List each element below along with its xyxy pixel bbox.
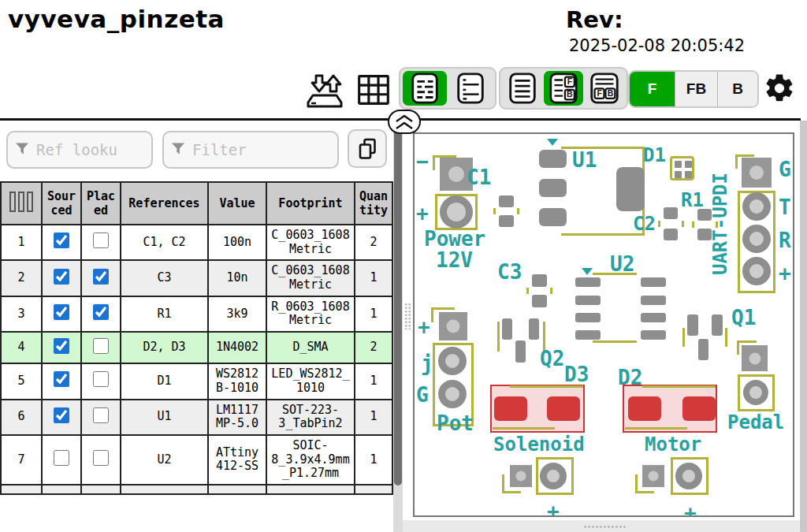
layer-front-button[interactable]: F <box>630 72 675 106</box>
bom-grouped-view-button[interactable] <box>403 71 447 106</box>
gear-icon[interactable] <box>763 72 796 108</box>
placed-checkbox[interactable] <box>93 450 109 466</box>
svg-text:F: F <box>567 76 573 86</box>
bom-ungrouped-view-button[interactable] <box>448 71 493 106</box>
sourced-checkbox[interactable] <box>54 371 69 387</box>
header-value[interactable]: Value <box>208 182 266 225</box>
placed-checkbox-cell <box>81 363 121 399</box>
placed-checkbox[interactable] <box>93 233 109 248</box>
pad <box>515 340 526 363</box>
sourced-checkbox-cell <box>42 435 81 485</box>
sourced-checkbox[interactable] <box>54 304 69 320</box>
columns-icon[interactable] <box>9 192 33 212</box>
pad <box>499 215 514 227</box>
layer-front-back-button[interactable]: FB <box>675 72 717 106</box>
pcb-label-pot-g: G <box>416 385 429 405</box>
silkscreen-line <box>433 155 435 170</box>
placed-checkbox[interactable] <box>93 371 109 387</box>
pad <box>675 171 682 178</box>
import-export-icon[interactable] <box>306 71 344 112</box>
d2-pad <box>628 396 661 421</box>
bom-row[interactable]: 2C310nC_0603_1608 Metric1 <box>1 260 392 296</box>
bom-row[interactable]: 5D1WS2812 B-1010LED_WS2812_ 10101 <box>1 363 392 399</box>
value-cell: LM1117 MP-5.0 <box>208 400 266 435</box>
updi-pad-plus <box>742 257 771 285</box>
placed-checkbox-cell <box>81 435 121 485</box>
references-cell: D2, D3 <box>121 332 208 363</box>
pcb-label-solenoid: Solenoid <box>493 435 585 454</box>
header-references[interactable]: References <box>121 182 208 225</box>
footprint-cell: SOIC- 8_3.9x4.9mm _P1.27mm <box>266 435 355 485</box>
pcb-ref-c2: C2 <box>633 214 656 233</box>
layout-bom-only-button[interactable] <box>503 71 542 106</box>
header-placed[interactable]: Placed <box>81 182 121 225</box>
bom-row[interactable]: 6U1LM1117 MP-5.0SOT-223- 3_TabPin21 <box>1 400 392 435</box>
split-handle[interactable] <box>388 110 421 134</box>
pcb-label-power-minus: − <box>416 151 429 172</box>
sourced-checkbox-cell <box>42 260 81 296</box>
footprint-cell: D_SMA <box>266 332 355 363</box>
placed-checkbox[interactable] <box>93 304 109 320</box>
placed-checkbox[interactable] <box>93 407 109 423</box>
copy-button[interactable] <box>348 129 387 168</box>
pcb-label-solenoid-plus: + <box>547 501 560 517</box>
sourced-checkbox[interactable] <box>54 338 69 354</box>
pad <box>539 208 567 226</box>
silkscreen-line <box>593 340 637 343</box>
header-sourced[interactable]: Sourced <box>42 182 81 225</box>
solenoid-pad-plus <box>540 463 567 489</box>
row-number: 5 <box>1 363 42 399</box>
pad-tab <box>616 167 645 211</box>
copy-icon <box>357 137 378 161</box>
pcb-ref-c1: C1 <box>467 167 491 188</box>
layout-top-bottom-button[interactable]: F B <box>585 71 624 106</box>
sourced-checkbox[interactable] <box>54 233 69 248</box>
pad <box>539 150 567 168</box>
silkscreen-dash <box>692 221 694 228</box>
bom-row[interactable]: 4D2, D31N4002D_SMA2 <box>1 332 392 363</box>
updi-pad-r <box>742 225 771 253</box>
placed-checkbox[interactable] <box>93 338 109 354</box>
pcb-ref-q2: Q2 <box>540 348 564 369</box>
bom-row-clipped[interactable] <box>1 485 392 494</box>
bom-view-group <box>399 67 496 110</box>
funnel-icon <box>15 142 30 156</box>
sourced-checkbox[interactable] <box>54 450 69 466</box>
row-number: 6 <box>1 400 42 435</box>
bom-row[interactable]: 3R13k9R_0603_1608 Metric1 <box>1 296 392 332</box>
pcb-label-motor-plus: + <box>684 503 697 517</box>
silkscreen-line <box>737 340 739 355</box>
placed-checkbox-cell <box>81 296 121 332</box>
vertical-split-handle[interactable] <box>404 303 411 329</box>
silkscreen-line <box>725 328 727 347</box>
layout-left-right-button[interactable]: F B <box>544 71 583 106</box>
bom-row[interactable]: 1C1, C2100nC_0603_1608 Metric2 <box>1 225 392 260</box>
pad <box>529 318 539 340</box>
svg-text:F: F <box>597 88 602 98</box>
placed-checkbox[interactable] <box>93 269 109 285</box>
pot-pad-plus <box>439 312 467 340</box>
placed-checkbox-cell <box>81 400 121 435</box>
pcb-label-pot-plus: + <box>418 317 430 337</box>
header-footprint[interactable]: Footprint <box>266 182 355 225</box>
sourced-checkbox-cell <box>42 363 81 399</box>
sourced-checkbox[interactable] <box>54 269 69 285</box>
silkscreen-dash <box>526 288 529 294</box>
layer-back-button[interactable]: B <box>717 72 757 106</box>
pcb-canvas[interactable]: − + Power 12V C1 U1 D1 R1 C2 <box>413 132 794 517</box>
pad <box>532 274 547 287</box>
filter-input[interactable] <box>162 131 339 169</box>
chevrons-up-icon <box>391 112 418 132</box>
power-pad-pos <box>440 195 473 229</box>
grid-table-icon[interactable] <box>356 73 391 110</box>
bom-scrollbar-thumb[interactable] <box>394 125 402 485</box>
canvas-split-handle[interactable] <box>583 525 627 530</box>
sourced-checkbox[interactable] <box>54 407 69 423</box>
ibom-app: vyveva_pinzeta Rev: 2025-02-08 20:05:42 <box>0 0 807 532</box>
bom-row[interactable]: 7U2ATtiny 412-SSSOIC- 8_3.9x4.9mm _P1.27… <box>1 435 392 485</box>
sourced-checkbox-cell <box>42 225 81 260</box>
header-quantity[interactable]: Quantity <box>355 182 392 225</box>
pcb-ref-c3: C3 <box>497 262 522 282</box>
pad <box>685 161 692 168</box>
silkscreen-line <box>493 427 555 430</box>
